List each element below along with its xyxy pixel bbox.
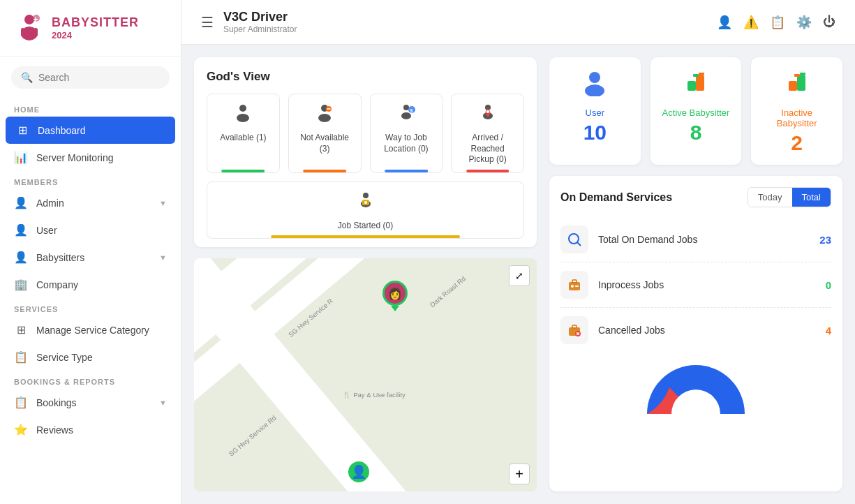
map-pin-green: 👤 xyxy=(346,459,371,484)
sidebar-item-manage-service-label: Manage Service Category xyxy=(36,325,149,336)
sidebar-item-reviews[interactable]: ⭐ Reviews xyxy=(0,416,181,443)
not-available-label: Not Available (3) xyxy=(295,133,355,154)
sidebar-item-manage-service-category[interactable]: ⊞ Manage Service Category xyxy=(0,316,181,343)
svg-point-7 xyxy=(239,105,246,112)
profile-icon[interactable]: 👤 xyxy=(717,15,732,30)
manage-service-icon: ⊞ xyxy=(14,323,28,336)
way-to-job-icon: $ xyxy=(396,103,417,128)
svg-point-8 xyxy=(237,114,249,122)
svg-point-0 xyxy=(24,15,34,24)
demand-item-inprocess: Inprocess Jobs 0 xyxy=(560,262,831,308)
sidebar-item-bookings-label: Bookings xyxy=(36,397,77,408)
app-logo-icon xyxy=(14,13,45,43)
status-card-not-available[interactable]: Not Available (3) xyxy=(288,94,362,173)
on-demand-title: On Demand Services xyxy=(560,191,672,204)
not-available-bar xyxy=(303,170,346,172)
arrived-icon xyxy=(477,103,498,128)
svg-rect-51 xyxy=(572,325,577,328)
on-demand-header: On Demand Services Today Total xyxy=(560,187,831,207)
status-card-available[interactable]: Available (1) xyxy=(207,94,280,173)
sidebar-item-company[interactable]: 🏢 Company xyxy=(0,271,181,298)
sidebar-item-bookings[interactable]: 📋 Bookings ▼ xyxy=(0,389,181,416)
section-services-label: SERVICES xyxy=(0,298,181,316)
svg-rect-39 xyxy=(699,73,704,75)
svg-point-16 xyxy=(401,112,411,119)
map-pin-bottom-icon: 👤 xyxy=(346,459,371,484)
sidebar: BABYSITTER 2024 🔍 HOME ⊞ Dashboard 📊 Ser… xyxy=(0,0,181,504)
header: ☰ V3C Driver Super Administrator 👤 ⚠️ 📋 … xyxy=(181,0,855,45)
alert-icon[interactable]: ⚠️ xyxy=(743,15,759,30)
service-type-icon: 📋 xyxy=(14,350,28,364)
app-year: 2024 xyxy=(52,30,139,40)
svg-point-4 xyxy=(33,15,40,22)
svg-point-22 xyxy=(363,193,369,198)
settings-icon[interactable]: ⚙️ xyxy=(796,15,812,30)
map-expand-button[interactable]: ⤢ xyxy=(509,265,530,286)
svg-point-35 xyxy=(585,84,604,96)
arrived-label: Arrived / Reached Pickup (0) xyxy=(457,133,518,165)
svg-point-25 xyxy=(364,201,367,204)
header-subtitle: Super Administrator xyxy=(223,24,707,34)
power-icon[interactable]: ⏻ xyxy=(823,15,835,29)
demand-item-cancelled: Cancelled Jobs 4 xyxy=(560,308,831,353)
svg-point-44 xyxy=(569,234,579,244)
sidebar-item-company-label: Company xyxy=(36,279,78,290)
job-started-label: Job Started (0) xyxy=(338,221,393,232)
svg-rect-2 xyxy=(21,28,24,36)
dashboard-area: God's View Available (1) xyxy=(181,45,855,504)
map-area: SG Hwy Service Rd SG Hwy Service R Dark … xyxy=(194,258,537,491)
toggle-today-button[interactable]: Today xyxy=(748,188,792,207)
on-demand-card: On Demand Services Today Total Total O xyxy=(549,176,842,491)
left-panel: God's View Available (1) xyxy=(194,57,537,491)
available-label: Available (1) xyxy=(220,133,266,144)
sidebar-item-admin[interactable]: 👤 Admin ▼ xyxy=(0,189,181,216)
svg-rect-9 xyxy=(239,114,241,121)
search-icon: 🔍 xyxy=(21,72,33,83)
job-started-bar xyxy=(271,235,461,238)
sidebar-item-babysitters[interactable]: 👤 Babysitters ▼ xyxy=(0,244,181,271)
babysitters-arrow-icon: ▼ xyxy=(159,253,167,262)
search-box[interactable]: 🔍 xyxy=(11,66,170,89)
svg-rect-36 xyxy=(687,81,696,91)
sidebar-item-user[interactable]: 👤 User xyxy=(0,216,181,244)
stat-inactive-babysitter-label: Inactive Babysitter xyxy=(761,108,833,128)
demand-total-icon xyxy=(560,225,588,253)
status-card-job-started[interactable]: Job Started (0) xyxy=(207,181,524,239)
svg-rect-3 xyxy=(34,28,38,36)
svg-text:🍴 Pay & Use facility: 🍴 Pay & Use facility xyxy=(343,391,406,399)
app-name: BABYSITTER xyxy=(52,15,139,30)
status-card-arrived[interactable]: Arrived / Reached Pickup (0) xyxy=(451,94,524,173)
sidebar-item-dashboard[interactable]: ⊞ Dashboard xyxy=(6,117,175,144)
admin-icon: 👤 xyxy=(14,196,28,209)
way-to-job-label: Way to Job Location (0) xyxy=(376,133,437,154)
status-card-way-to-job[interactable]: $ Way to Job Location (0) xyxy=(370,94,443,173)
map-zoom-button[interactable]: + xyxy=(509,464,530,484)
not-available-icon xyxy=(314,103,335,128)
sidebar-item-server-monitoring[interactable]: 📊 Server Monitoring xyxy=(0,144,181,171)
stat-active-babysitter-value: 8 xyxy=(690,121,702,144)
on-demand-toggle: Today Total xyxy=(748,187,831,207)
svg-rect-47 xyxy=(572,280,577,283)
notes-icon[interactable]: 📋 xyxy=(770,15,785,30)
status-cards-row: Available (1) Not xyxy=(207,94,524,239)
demand-cancelled-icon xyxy=(560,316,588,344)
demand-inprocess-value: 0 xyxy=(826,279,831,291)
admin-arrow-icon: ▼ xyxy=(159,199,167,207)
bookings-icon: 📋 xyxy=(14,396,28,409)
sidebar-item-reviews-label: Reviews xyxy=(36,424,73,436)
arrived-bar xyxy=(466,170,510,172)
svg-point-34 xyxy=(589,72,600,83)
svg-point-12 xyxy=(318,114,331,122)
sidebar-item-babysitters-label: Babysitters xyxy=(36,252,84,263)
svg-rect-38 xyxy=(693,74,699,77)
stat-user-icon xyxy=(581,68,609,102)
toggle-total-button[interactable]: Total xyxy=(792,188,831,207)
chart-area xyxy=(560,358,831,414)
user-icon: 👤 xyxy=(14,223,28,237)
map-pin-avatar: 👩 xyxy=(382,281,408,306)
menu-toggle-icon[interactable]: ☰ xyxy=(201,14,214,31)
stats-row: User 10 Active Babysitter 8 xyxy=(549,57,842,165)
search-input[interactable] xyxy=(38,72,160,83)
sidebar-item-service-type[interactable]: 📋 Service Type xyxy=(0,343,181,371)
stat-user-label: User xyxy=(586,108,604,118)
